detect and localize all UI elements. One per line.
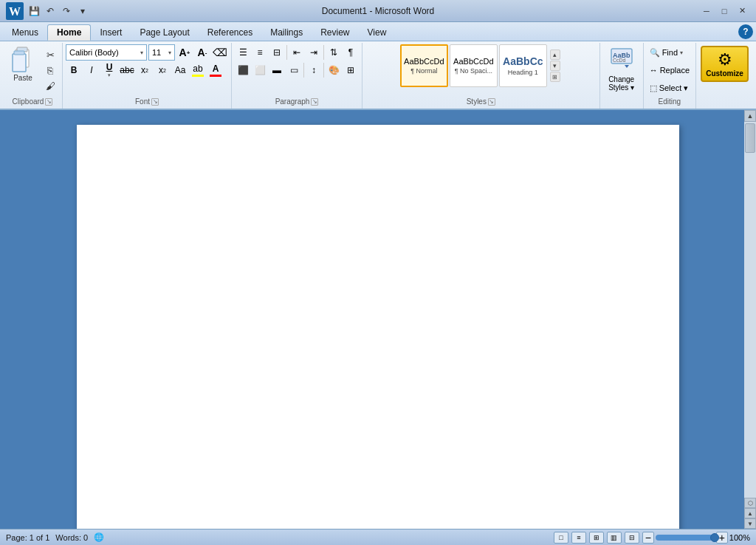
styles-expand-icon[interactable]: ↘ bbox=[488, 98, 495, 106]
undo-quick-btn[interactable]: ↶ bbox=[43, 4, 58, 18]
select-button[interactable]: ⬚ Select ▾ bbox=[647, 80, 693, 96]
redo-quick-btn[interactable]: ↷ bbox=[59, 4, 74, 18]
svg-rect-5 bbox=[14, 51, 24, 55]
font-expand-icon[interactable]: ↘ bbox=[151, 98, 159, 106]
show-hide-button[interactable]: ¶ bbox=[343, 44, 359, 61]
vertical-scrollbar[interactable]: ▲ ⬡ ▲ ▼ bbox=[744, 110, 756, 529]
minimize-button[interactable]: ─ bbox=[698, 4, 715, 18]
tab-home[interactable]: Home bbox=[47, 24, 91, 41]
borders-button[interactable]: ⊞ bbox=[343, 62, 359, 78]
scroll-next-page[interactable]: ▼ bbox=[744, 518, 756, 529]
scroll-select-up[interactable]: ⬡ bbox=[744, 498, 756, 508]
close-button[interactable]: ✕ bbox=[734, 4, 750, 18]
zoom-value[interactable]: 100% bbox=[729, 533, 750, 542]
view-web-btn[interactable]: ⊞ bbox=[589, 532, 604, 544]
change-styles-content: AaBb CcDd ChangeStyles ▾ bbox=[603, 44, 640, 96]
tab-mailings[interactable]: Mailings bbox=[261, 24, 312, 41]
replace-button[interactable]: ↔ Replace bbox=[647, 62, 693, 78]
clipboard-content: Paste ✂ ⎘ 🖌 bbox=[6, 44, 59, 96]
view-outline-btn[interactable]: ▥ bbox=[607, 532, 622, 544]
shading-button[interactable]: 🎨 bbox=[326, 62, 342, 78]
paste-button[interactable]: Paste bbox=[6, 44, 40, 83]
styles-expand[interactable]: ⊞ bbox=[550, 72, 560, 82]
line-spacing-button[interactable]: ↕ bbox=[306, 62, 322, 78]
font-label: Font ↘ bbox=[132, 96, 162, 107]
clipboard-expand-icon[interactable]: ↘ bbox=[45, 98, 52, 106]
scroll-prev-page[interactable]: ▲ bbox=[744, 508, 756, 518]
styles-scroll-down[interactable]: ▾ bbox=[550, 61, 560, 71]
view-draft-btn[interactable]: ⊟ bbox=[625, 532, 639, 544]
justify-button[interactable]: ▭ bbox=[286, 62, 302, 78]
para-sep-4 bbox=[323, 63, 324, 78]
customize-qa-btn[interactable]: ▾ bbox=[75, 4, 90, 18]
styles-content: AaBbCcDd ¶ Normal AaBbCcDd ¶ No Spaci...… bbox=[400, 44, 562, 96]
font-name-arrow: ▾ bbox=[140, 49, 143, 56]
font-size-input[interactable]: 11 ▾ bbox=[148, 44, 175, 61]
style-normal-preview: AaBbCcDd bbox=[404, 57, 444, 66]
text-highlight-button[interactable]: ab bbox=[190, 62, 206, 78]
style-normal[interactable]: AaBbCcDd ¶ Normal bbox=[400, 44, 448, 87]
quick-access-toolbar: 💾 ↶ ↷ ▾ bbox=[27, 4, 90, 18]
decrease-indent-button[interactable]: ⇤ bbox=[289, 44, 305, 61]
change-styles-button[interactable]: AaBb CcDd ChangeStyles ▾ bbox=[603, 44, 640, 93]
word-count[interactable]: Words: 0 bbox=[55, 533, 88, 542]
window-title: Document1 - Microsoft Word bbox=[322, 6, 435, 16]
paragraph-expand-icon[interactable]: ↘ bbox=[311, 98, 318, 106]
find-button[interactable]: 🔍 Find ▾ bbox=[647, 44, 693, 61]
view-full-reading-btn[interactable]: ≡ bbox=[571, 532, 586, 544]
tab-menus[interactable]: Menus bbox=[3, 24, 47, 41]
view-normal-btn[interactable]: □ bbox=[554, 532, 568, 544]
numbered-list-button[interactable]: ≡ bbox=[252, 44, 268, 61]
font-name-dropdown[interactable]: Calibri (Body) ▾ bbox=[66, 44, 147, 61]
clipboard-section: Paste ✂ ⎘ 🖌 bbox=[6, 44, 59, 93]
increase-font-button[interactable]: A+ bbox=[176, 44, 193, 61]
customize-button[interactable]: ⚙ Customize bbox=[701, 46, 749, 82]
maximize-button[interactable]: □ bbox=[716, 4, 732, 18]
format-painter-icon: 🖌 bbox=[46, 80, 55, 92]
save-quick-btn[interactable]: 💾 bbox=[27, 4, 41, 18]
page-status[interactable]: Page: 1 of 1 bbox=[6, 533, 49, 542]
zoom-minus-button[interactable]: − bbox=[642, 532, 654, 544]
tab-view[interactable]: View bbox=[359, 24, 396, 41]
zoom-bar[interactable] bbox=[656, 535, 715, 541]
change-styles-label: ChangeStyles ▾ bbox=[608, 75, 634, 92]
cut-button[interactable]: ✂ bbox=[41, 47, 59, 62]
font-controls: Calibri (Body) ▾ 11 ▾ A+ A- ⌫ B I bbox=[66, 44, 228, 78]
style-no-spacing[interactable]: AaBbCcDd ¶ No Spaci... bbox=[450, 44, 498, 87]
strikethrough-button[interactable]: abc bbox=[119, 62, 135, 78]
language-status[interactable]: 🌐 bbox=[94, 532, 104, 542]
paragraph-controls: ☰ ≡ ⊟ ⇤ ⇥ ⇅ ¶ ⬛ ⬜ ▬ ▭ ↕ bbox=[235, 44, 359, 78]
styles-scroll-up[interactable]: ▴ bbox=[550, 49, 560, 60]
tab-insert[interactable]: Insert bbox=[91, 24, 131, 41]
align-center-button[interactable]: ⬜ bbox=[252, 62, 268, 78]
align-left-button[interactable]: ⬛ bbox=[235, 62, 251, 78]
sort-button[interactable]: ⇅ bbox=[326, 44, 342, 61]
clear-formatting-button[interactable]: ⌫ bbox=[212, 44, 228, 61]
bullet-list-button[interactable]: ☰ bbox=[235, 44, 251, 61]
scroll-thumb[interactable] bbox=[745, 123, 755, 153]
increase-indent-button[interactable]: ⇥ bbox=[306, 44, 322, 61]
bold-button[interactable]: B bbox=[66, 62, 82, 78]
tab-references[interactable]: References bbox=[199, 24, 261, 41]
underline-button[interactable]: U ▾ bbox=[101, 62, 117, 78]
style-heading1[interactable]: AaBbCc Heading 1 bbox=[499, 44, 547, 87]
format-painter-button[interactable]: 🖌 bbox=[41, 78, 59, 93]
superscript-button[interactable]: x2 bbox=[154, 62, 171, 78]
decrease-font-button[interactable]: A- bbox=[194, 44, 210, 61]
customize-content: ⚙ Customize bbox=[699, 44, 750, 96]
scroll-up-arrow[interactable]: ▲ bbox=[744, 110, 756, 122]
tab-page-layout[interactable]: Page Layout bbox=[131, 24, 198, 41]
para-row-2: ⬛ ⬜ ▬ ▭ ↕ 🎨 ⊞ bbox=[235, 62, 359, 78]
change-case-button[interactable]: Aa bbox=[172, 62, 188, 78]
document-page[interactable] bbox=[77, 125, 679, 529]
tab-review[interactable]: Review bbox=[312, 24, 358, 41]
italic-button[interactable]: I bbox=[83, 62, 100, 78]
help-icon[interactable]: ? bbox=[738, 24, 753, 39]
copy-button[interactable]: ⎘ bbox=[41, 63, 59, 78]
scroll-track[interactable] bbox=[744, 122, 756, 498]
subscript-button[interactable]: x2 bbox=[137, 62, 153, 78]
font-format-row: B I U ▾ abc x2 x2 Aa ab bbox=[66, 62, 228, 78]
font-color-button[interactable]: A bbox=[207, 62, 224, 78]
align-right-button[interactable]: ▬ bbox=[269, 62, 285, 78]
multilevel-list-button[interactable]: ⊟ bbox=[269, 44, 285, 61]
